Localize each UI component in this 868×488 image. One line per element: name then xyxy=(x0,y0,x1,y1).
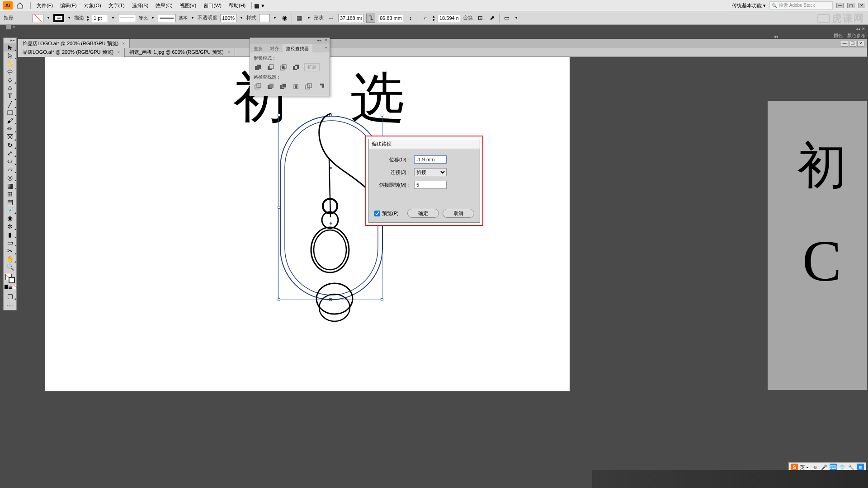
color-mode-row[interactable] xyxy=(4,284,16,290)
cancel-button[interactable]: 取消 xyxy=(443,209,474,218)
gradient-tool[interactable]: ▤ xyxy=(4,198,16,206)
tab-close-icon[interactable]: × xyxy=(122,41,125,46)
align-icon[interactable]: ▦ xyxy=(295,14,304,23)
rectangle-tool[interactable] xyxy=(4,108,16,117)
stepper-icon[interactable]: ▴▾ xyxy=(433,14,435,22)
stepper-icon[interactable]: ▴▾ xyxy=(87,14,89,22)
pf-tab-transform[interactable]: 变换 xyxy=(250,44,266,52)
tool-collapse-icon[interactable]: ▸▸ xyxy=(4,38,16,43)
link-wh-icon[interactable]: ⇅ xyxy=(366,14,375,23)
pathfinder-panel[interactable]: ◂◂✕ 变换 对齐 路径查找器 ≡ 形状模式： 扩展 路径查找器： xyxy=(250,38,330,96)
ok-button[interactable]: 确定 xyxy=(407,209,439,218)
fill-stroke-control[interactable] xyxy=(4,273,16,284)
stroke-weight-input[interactable] xyxy=(92,14,108,22)
isolate-icon[interactable]: ⊡ xyxy=(476,14,485,23)
merge-icon[interactable] xyxy=(279,82,287,90)
window-close-icon[interactable]: ✕ xyxy=(858,3,865,8)
symbol-sprayer-tool[interactable]: ✲ xyxy=(4,222,16,230)
line-tool[interactable]: ╱ xyxy=(4,100,16,108)
pf-tab-align[interactable]: 对齐 xyxy=(266,44,283,52)
document-tab-1[interactable]: 饰品店LOGO.ai* @ 200% (RGB/GPU 预览)× xyxy=(18,39,130,48)
workspace-switcher[interactable]: 传统基本功能 ▾ xyxy=(732,2,766,9)
lasso-tool[interactable] xyxy=(4,68,16,76)
edit-toolbar[interactable]: ⋯ xyxy=(4,302,16,310)
width-input[interactable] xyxy=(338,14,363,22)
divide-icon[interactable] xyxy=(254,82,262,90)
scale-tool[interactable]: ⤢ xyxy=(4,149,16,157)
menu-view[interactable]: 视图(V) xyxy=(176,2,200,9)
recolor-icon[interactable]: ◉ xyxy=(280,14,289,23)
home-icon[interactable] xyxy=(16,2,24,9)
eraser-tool[interactable]: ⌧ xyxy=(4,133,16,141)
menu-object[interactable]: 对象(O) xyxy=(80,2,105,9)
stroke-weight-dd[interactable]: ▾ xyxy=(111,16,115,20)
pf-tab-pathfinder[interactable]: 路径查找器 xyxy=(283,44,312,52)
offset-input[interactable] xyxy=(414,155,447,164)
paintbrush-tool[interactable]: 🖌 xyxy=(4,117,16,125)
opacity-input[interactable] xyxy=(220,14,236,22)
panel-close-icon[interactable]: × xyxy=(13,25,15,29)
stroke-profile[interactable] xyxy=(118,14,136,22)
fill-swatch[interactable] xyxy=(33,14,43,22)
menu-select[interactable]: 选择(S) xyxy=(128,2,152,9)
screen-mode-tool[interactable]: ▢ xyxy=(4,292,16,300)
zoom-tool[interactable]: 🔍 xyxy=(4,263,16,271)
tab-close-icon[interactable]: × xyxy=(227,50,230,55)
panel-tab-color[interactable]: 颜色 xyxy=(834,33,843,39)
menu-type[interactable]: 文字(T) xyxy=(105,2,128,9)
direct-selection-tool[interactable] xyxy=(4,52,16,60)
perspective-tool[interactable]: ▦ xyxy=(4,182,16,190)
stroke-swatch[interactable] xyxy=(53,14,64,22)
minus-back-icon[interactable] xyxy=(317,82,325,90)
slice-tool[interactable]: ✂ xyxy=(4,247,16,255)
layout-icon[interactable]: ▦ ▾ xyxy=(254,2,264,9)
free-transform-tool[interactable]: ▱ xyxy=(4,165,16,174)
column-graph-tool[interactable]: ▮ xyxy=(4,230,16,239)
corner-input[interactable] xyxy=(438,14,460,22)
window-min-icon[interactable]: — xyxy=(836,3,844,8)
trim-icon[interactable] xyxy=(266,82,274,90)
width-tool[interactable]: ⇔ xyxy=(4,157,16,165)
document-tab-3[interactable]: 初选_画板 1.jpg @ 600% (RGB/GPU 预览)× xyxy=(125,48,235,57)
panel-menu-icon[interactable]: ≡ xyxy=(322,44,330,52)
menu-effect[interactable]: 效果(C) xyxy=(152,2,176,9)
panel-menu-icon[interactable]: ◂◂ ✕ xyxy=(856,27,865,31)
blend-tool[interactable]: ◉ xyxy=(4,214,16,222)
collapse-icon[interactable]: ◂◂ xyxy=(774,34,778,39)
type-tool[interactable]: T xyxy=(4,92,16,100)
doc-close-icon[interactable]: ✕ xyxy=(857,41,864,47)
canvas[interactable]: 初 选 xyxy=(18,57,867,487)
menu-file[interactable]: 文件(F) xyxy=(33,2,57,9)
preview-checkbox[interactable]: 预览(P) xyxy=(374,210,399,217)
selection-tool[interactable] xyxy=(4,43,16,52)
intersect-icon[interactable] xyxy=(279,63,287,71)
document-tab-2[interactable]: 品店LOGO.ai* @ 200% (RGB/GPU 预览)× xyxy=(18,48,125,57)
corner-icon[interactable]: ⌐ xyxy=(421,14,430,23)
miter-input[interactable] xyxy=(414,181,447,189)
menu-edit[interactable]: 编辑(E) xyxy=(57,2,80,9)
menu-window[interactable]: 窗口(W) xyxy=(200,2,225,9)
doc-min-icon[interactable]: — xyxy=(841,41,848,47)
stock-search[interactable]: 🔍 搜索 Adobe Stock xyxy=(769,1,833,9)
tab-close-icon[interactable]: × xyxy=(117,50,120,55)
exclude-icon[interactable] xyxy=(292,63,300,71)
graphic-style-swatch[interactable] xyxy=(259,14,270,22)
width-icon[interactable]: ↔ xyxy=(326,14,335,23)
panel-stub[interactable] xyxy=(6,25,11,29)
transform-label[interactable]: 变换 xyxy=(463,14,473,21)
artboard-tool[interactable]: ▭ xyxy=(4,239,16,247)
menu-help[interactable]: 帮助(H) xyxy=(225,2,249,9)
mesh-tool[interactable]: ⊞ xyxy=(4,190,16,198)
arrange-icon[interactable]: ▭ xyxy=(502,14,511,23)
shape-builder-tool[interactable]: ◎ xyxy=(4,174,16,182)
panel-collapse-icon[interactable]: ◂◂ xyxy=(317,38,321,44)
doc-restore-icon[interactable]: ❐ xyxy=(849,41,856,47)
pen-tool[interactable] xyxy=(4,76,16,84)
outline-icon[interactable] xyxy=(304,82,312,90)
rotate-tool[interactable]: ↻ xyxy=(4,141,16,149)
unite-icon[interactable] xyxy=(254,63,262,71)
shaper-tool[interactable]: ✏ xyxy=(4,125,16,133)
join-select[interactable]: 斜接 xyxy=(414,168,447,176)
height-input[interactable] xyxy=(378,14,403,22)
hand-tool[interactable]: ✋ xyxy=(4,255,16,263)
